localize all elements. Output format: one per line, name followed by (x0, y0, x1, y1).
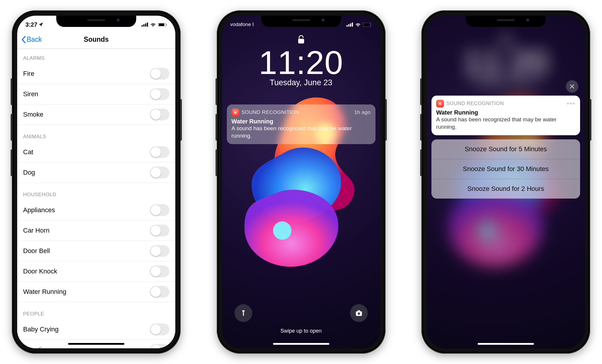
notification-title: Water Running (436, 109, 575, 116)
toggle-baby-crying[interactable] (150, 323, 169, 335)
row-door-knock[interactable]: Door Knock (17, 261, 175, 282)
toggle-dog[interactable] (150, 167, 169, 178)
toggle-door-knock[interactable] (150, 265, 169, 277)
toggle-water-running[interactable] (150, 286, 169, 298)
location-icon (38, 22, 43, 27)
status-time: 3:27 (25, 21, 37, 28)
home-indicator[interactable] (478, 343, 534, 345)
row-dog[interactable]: Dog (17, 162, 175, 183)
notification-card[interactable]: SOUND RECOGNITION 1h ago Water Running A… (227, 104, 375, 144)
notification-time: 1h ago (354, 109, 371, 115)
lock-header: 11:20 Tuesday, June 23 (222, 33, 380, 87)
camera-icon (355, 310, 363, 317)
row-baby-crying[interactable]: Baby Crying (17, 319, 175, 340)
row-water-running[interactable]: Water Running (17, 282, 175, 302)
snooze-2-hours[interactable]: Snooze Sound for 2 Hours (431, 179, 580, 199)
row-fire[interactable]: Fire (17, 64, 175, 84)
sound-recognition-icon (232, 109, 239, 116)
battery-icon (158, 23, 167, 27)
row-car-horn[interactable]: Car Horn (17, 220, 175, 241)
section-header-household: HOUSEHOLD (17, 183, 175, 200)
toggle-car-horn[interactable] (150, 225, 169, 236)
unlock-icon (297, 35, 305, 44)
notification-title: Water Running (232, 118, 371, 125)
sounds-list[interactable]: ALARMS Fire Siren Smoke ANIMALS Cat Dog … (17, 49, 175, 348)
nav-bar: Back Sounds (17, 30, 175, 49)
notch (261, 16, 341, 27)
toggle-siren[interactable] (150, 88, 169, 100)
home-indicator[interactable] (273, 343, 329, 345)
row-appliances[interactable]: Appliances (17, 200, 175, 220)
back-button[interactable]: Back (21, 36, 42, 44)
snooze-menu: Snooze Sound for 5 Minutes Snooze Sound … (431, 139, 580, 199)
phone-settings: 3:27 Back Sounds ALARMS Fir (12, 10, 181, 354)
toggle-fire[interactable] (150, 68, 169, 80)
row-smoke[interactable]: Smoke (17, 104, 175, 125)
cellular-icon (346, 22, 353, 27)
section-header-people: PEOPLE (17, 302, 175, 319)
wifi-icon (355, 22, 361, 27)
section-header-alarms: ALARMS (17, 49, 175, 64)
notification-body: A sound has been recognized that may be … (232, 125, 371, 139)
notification-source: SOUND RECOGNITION (242, 109, 299, 115)
lock-header-blurred: 11:20 Tuesday, June 23 (427, 33, 585, 87)
wifi-icon (150, 22, 156, 27)
camera-button[interactable] (350, 304, 368, 322)
flashlight-icon (240, 309, 247, 317)
home-indicator[interactable] (68, 343, 124, 345)
section-header-animals: ANIMALS (17, 125, 175, 142)
notch (56, 16, 136, 27)
battery-icon (363, 23, 372, 27)
toggle-appliances[interactable] (150, 204, 169, 216)
toggle-door-bell[interactable] (150, 245, 169, 257)
snooze-30-min[interactable]: Snooze Sound for 30 Minutes (431, 159, 580, 179)
row-door-bell[interactable]: Door Bell (17, 241, 175, 261)
notification-source: SOUND RECOGNITION (446, 101, 504, 107)
toggle-smoke[interactable] (150, 109, 169, 120)
phone-notification-expanded: 11:20 Tuesday, June 23 SOUND RECOGNITION… (421, 10, 590, 354)
toggle-cat[interactable] (150, 146, 169, 158)
cellular-icon (142, 22, 148, 27)
snooze-5-min[interactable]: Snooze Sound for 5 Minutes (431, 139, 580, 159)
notification-card-expanded[interactable]: SOUND RECOGNITION ••• Water Running A so… (431, 96, 580, 135)
back-label: Back (27, 36, 42, 44)
status-carrier: vodafone I (230, 22, 254, 28)
row-siren[interactable]: Siren (17, 84, 175, 104)
chevron-left-icon (21, 36, 26, 43)
close-button[interactable] (566, 80, 578, 93)
lock-bottom: Swipe up to open (222, 304, 380, 339)
notch (466, 16, 546, 27)
lock-date: Tuesday, June 23 (222, 78, 380, 87)
toggle-shouting[interactable] (150, 344, 169, 348)
lock-time: 11:20 (222, 44, 380, 82)
sound-recognition-icon (436, 100, 444, 107)
swipe-hint: Swipe up to open (280, 328, 322, 334)
flashlight-button[interactable] (235, 304, 252, 322)
close-icon (570, 84, 574, 89)
notification-body: A sound has been recognized that may be … (436, 116, 575, 131)
row-cat[interactable]: Cat (17, 142, 175, 162)
more-icon[interactable]: ••• (567, 100, 575, 107)
phone-lockscreen: vodafone I 11:20 Tuesday, June 23 SOUND … (217, 10, 386, 354)
